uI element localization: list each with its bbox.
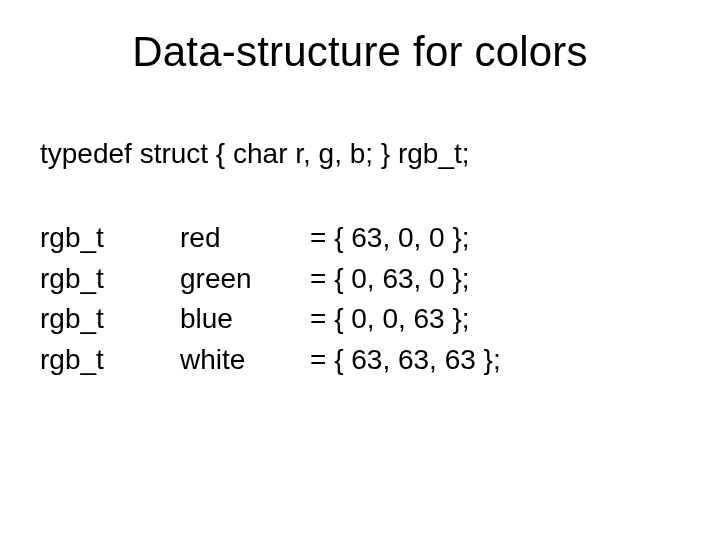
decl-row: rgb_t green = { 0, 63, 0 };	[40, 259, 501, 300]
decl-type: rgb_t	[40, 218, 180, 259]
decl-name: blue	[180, 299, 310, 340]
decl-row: rgb_t red = { 63, 0, 0 };	[40, 218, 501, 259]
decl-value: = { 63, 0, 0 };	[310, 218, 470, 259]
decl-name: red	[180, 218, 310, 259]
decl-type: rgb_t	[40, 299, 180, 340]
decl-value: = { 0, 63, 0 };	[310, 259, 470, 300]
slide-title: Data-structure for colors	[0, 28, 720, 76]
decl-type: rgb_t	[40, 340, 180, 381]
decl-row: rgb_t white = { 63, 63, 63 };	[40, 340, 501, 381]
decl-row: rgb_t blue = { 0, 0, 63 };	[40, 299, 501, 340]
decl-type: rgb_t	[40, 259, 180, 300]
declarations-block: rgb_t red = { 63, 0, 0 }; rgb_t green = …	[40, 218, 501, 380]
decl-name: white	[180, 340, 310, 381]
decl-value: = { 0, 0, 63 };	[310, 299, 470, 340]
decl-value: = { 63, 63, 63 };	[310, 340, 501, 381]
slide: Data-structure for colors typedef struct…	[0, 0, 720, 540]
typedef-line: typedef struct { char r, g, b; } rgb_t;	[40, 138, 470, 170]
decl-name: green	[180, 259, 310, 300]
